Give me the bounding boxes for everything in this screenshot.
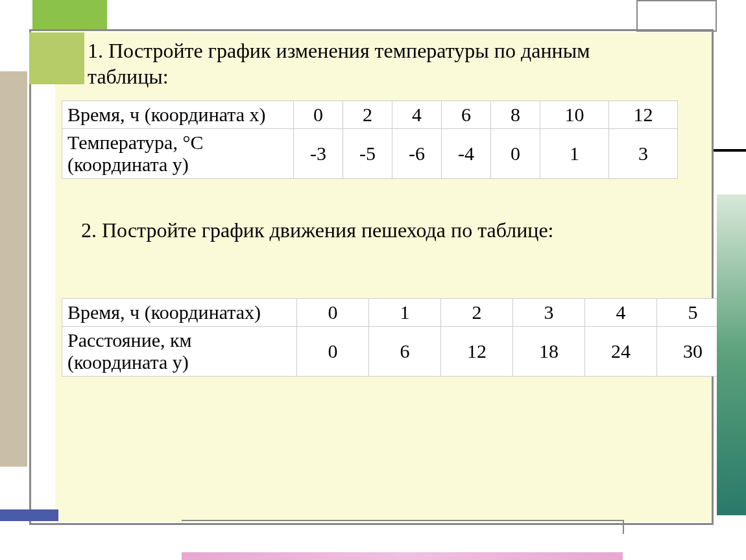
cell: -5 — [343, 129, 392, 179]
row-label: Расстояние, км (координата у) — [62, 327, 297, 377]
cell: 0 — [294, 101, 343, 129]
task1-prompt: 1. Постройте график изменения температур… — [88, 38, 652, 89]
task2-table: Время, ч (координатах) 0 1 2 3 4 5 Расст… — [62, 298, 729, 377]
row-label: Время, ч (координата х) — [62, 101, 294, 129]
decorative-block — [0, 509, 58, 521]
table-row: Расстояние, км (координата у) 0 6 12 18 … — [62, 327, 729, 377]
cell: 0 — [491, 129, 540, 179]
decorative-block — [0, 71, 27, 467]
table-row: Температура, °С (координата у) -3 -5 -6 … — [62, 129, 678, 179]
cell: 10 — [540, 101, 609, 129]
cell: 4 — [585, 299, 657, 327]
cell: 6 — [369, 327, 441, 377]
cell: 2 — [441, 299, 513, 327]
table-row: Время, ч (координата х) 0 2 4 6 8 10 12 — [62, 101, 678, 129]
cell: -6 — [392, 129, 442, 179]
decorative-block — [182, 520, 624, 534]
row-label: Температура, °С (координата у) — [62, 129, 294, 179]
decorative-block — [182, 552, 623, 560]
cell: 0 — [297, 299, 369, 327]
cell: 18 — [513, 327, 585, 377]
cell: -3 — [294, 129, 343, 179]
cell: 3 — [609, 129, 678, 179]
decorative-block — [29, 32, 84, 84]
decorative-block — [717, 194, 746, 515]
cell: 2 — [343, 101, 392, 129]
cell: 1 — [369, 299, 441, 327]
decorative-block — [714, 149, 746, 152]
table-row: Время, ч (координатах) 0 1 2 3 4 5 — [62, 299, 729, 327]
cell: 24 — [585, 327, 657, 377]
cell: -4 — [442, 129, 491, 179]
task1-table: Время, ч (координата х) 0 2 4 6 8 10 12 … — [62, 100, 678, 179]
cell: 6 — [442, 101, 491, 129]
cell: 12 — [441, 327, 513, 377]
cell: 0 — [297, 327, 369, 377]
cell: 8 — [491, 101, 540, 129]
decorative-block — [636, 0, 717, 32]
cell: 12 — [609, 101, 678, 129]
decorative-block — [32, 0, 107, 29]
task2-prompt: 2. Постройте график движения пешехода по… — [81, 217, 645, 244]
cell: 3 — [513, 299, 585, 327]
cell: 4 — [392, 101, 442, 129]
cell: 1 — [540, 129, 609, 179]
row-label: Время, ч (координатах) — [62, 299, 297, 327]
